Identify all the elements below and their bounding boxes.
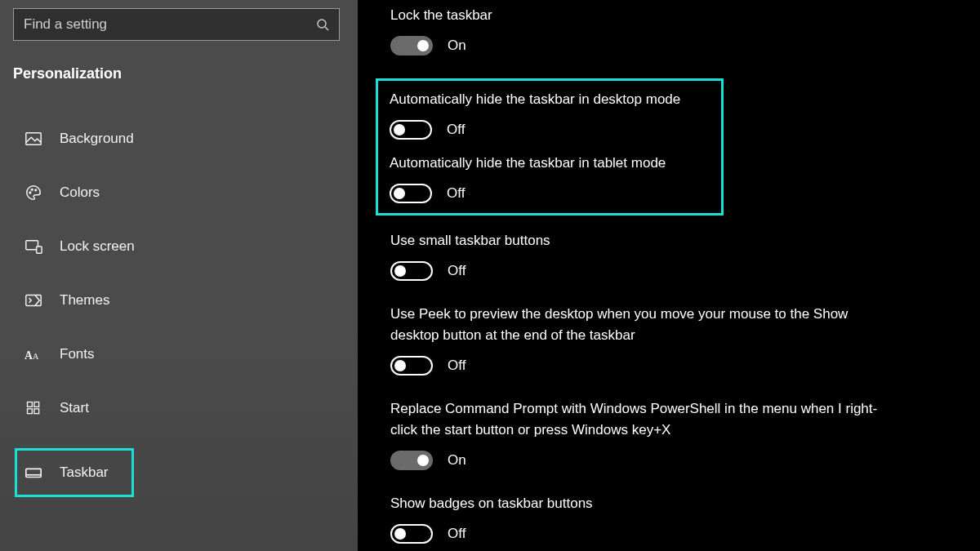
svg-text:A: A [33, 352, 39, 361]
sidebar-item-taskbar[interactable]: Taskbar [15, 448, 134, 497]
sidebar-item-themes[interactable]: Themes [15, 285, 345, 316]
sidebar-item-label: Background [60, 131, 134, 147]
palette-icon [24, 183, 43, 202]
svg-point-5 [35, 189, 37, 191]
setting-autohide-tablet: Automatically hide the taskbar in tablet… [390, 153, 710, 203]
svg-rect-11 [28, 402, 33, 407]
toggle-state: On [448, 452, 466, 469]
toggle-replace-cmd[interactable] [390, 451, 433, 470]
main-content: Lock the taskbar On Automatically hide t… [358, 0, 980, 551]
search-input[interactable] [24, 16, 316, 33]
toggle-lock-taskbar[interactable] [390, 36, 433, 56]
toggle-state: On [448, 38, 466, 54]
sidebar: Personalization Background [0, 0, 358, 551]
themes-icon [24, 291, 43, 310]
toggle-autohide-tablet[interactable] [390, 184, 432, 203]
image-icon [24, 129, 43, 149]
svg-rect-12 [34, 402, 39, 407]
setting-label: Use Peek to preview the desktop when you… [390, 304, 880, 346]
settings-app: Personalization Background [0, 0, 980, 551]
svg-rect-15 [26, 469, 41, 477]
svg-rect-7 [37, 247, 42, 253]
sidebar-item-background[interactable]: Background [15, 123, 345, 154]
sidebar-item-label: Themes [60, 292, 109, 309]
toggle-autohide-desktop[interactable] [390, 120, 432, 140]
sidebar-item-colors[interactable]: Colors [15, 177, 345, 208]
setting-label: Automatically hide the taskbar in deskto… [390, 89, 710, 110]
sidebar-item-label: Lock screen [60, 238, 135, 255]
setting-label: Lock the taskbar [390, 5, 880, 26]
setting-small-buttons: Use small taskbar buttons Off [390, 230, 956, 281]
category-title: Personalization [13, 65, 345, 82]
search-icon [316, 18, 329, 31]
setting-label: Show badges on taskbar buttons [390, 493, 880, 514]
setting-label: Automatically hide the taskbar in tablet… [390, 153, 710, 174]
sidebar-item-label: Start [60, 400, 89, 416]
toggle-small-buttons[interactable] [390, 261, 433, 281]
toggle-state: Off [448, 263, 466, 279]
toggle-state: Off [447, 185, 465, 202]
lockscreen-icon [24, 237, 43, 256]
svg-point-0 [318, 20, 326, 28]
setting-show-badges: Show badges on taskbar buttons Off [390, 493, 956, 544]
sidebar-item-label: Fonts [60, 346, 95, 362]
toggle-show-badges[interactable] [390, 524, 433, 544]
svg-point-3 [29, 192, 31, 193]
taskbar-icon [24, 463, 43, 482]
sidebar-item-start[interactable]: Start [15, 393, 345, 424]
toggle-use-peek[interactable] [390, 356, 433, 375]
toggle-state: Off [447, 122, 465, 138]
toggle-state: Off [448, 526, 466, 542]
start-icon [24, 398, 43, 418]
svg-rect-14 [34, 409, 39, 414]
setting-label: Replace Command Prompt with Windows Powe… [390, 398, 880, 441]
setting-replace-cmd: Replace Command Prompt with Windows Powe… [390, 398, 956, 470]
setting-label: Use small taskbar buttons [390, 230, 880, 251]
fonts-icon: A A [24, 344, 43, 364]
sidebar-item-label: Colors [60, 184, 100, 201]
svg-rect-13 [28, 409, 33, 414]
svg-point-4 [31, 189, 33, 190]
sidebar-nav: Background Colors [13, 123, 345, 497]
sidebar-item-lockscreen[interactable]: Lock screen [15, 231, 345, 262]
svg-text:A: A [24, 349, 33, 362]
setting-lock-taskbar: Lock the taskbar On [390, 5, 956, 56]
setting-autohide-desktop: Automatically hide the taskbar in deskto… [390, 89, 710, 140]
setting-use-peek: Use Peek to preview the desktop when you… [390, 304, 956, 375]
sidebar-item-label: Taskbar [60, 464, 109, 481]
svg-line-1 [325, 27, 328, 30]
highlight-autohide-group: Automatically hide the taskbar in deskto… [376, 78, 724, 216]
toggle-state: Off [448, 358, 466, 374]
search-box[interactable] [13, 8, 340, 41]
sidebar-item-fonts[interactable]: A A Fonts [15, 339, 345, 370]
